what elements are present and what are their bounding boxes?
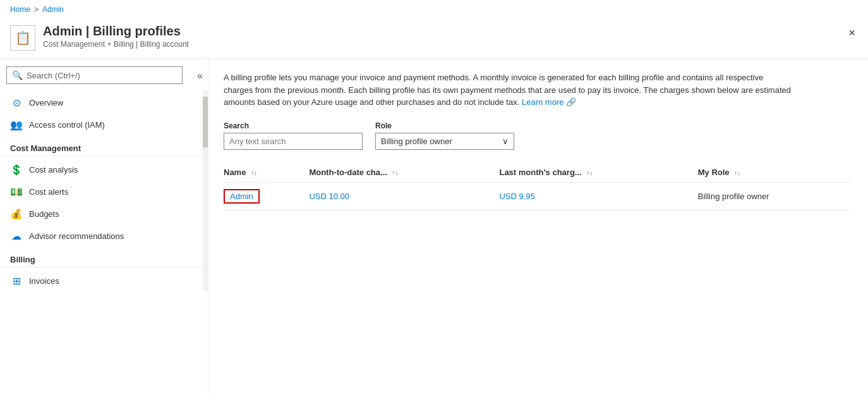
row-name-cell: Admin — [224, 182, 309, 210]
admin-profile-link[interactable]: Admin — [224, 189, 260, 204]
column-name: Name ↑↓ — [224, 162, 309, 183]
row-role-cell: Billing profile owner — [698, 182, 853, 210]
sort-icon-mtd[interactable]: ↑↓ — [392, 169, 399, 176]
column-my-role: My Role ↑↓ — [698, 162, 853, 183]
advisor-icon: ☁ — [10, 230, 23, 242]
search-filter-group: Search — [224, 121, 363, 150]
filters-row: Search Role Billing profile owner ∨ — [224, 121, 853, 150]
cost-alerts-icon: 💵 — [10, 186, 23, 198]
sidebar-scrollbar[interactable] — [203, 90, 208, 291]
sidebar-item-label: Access control (IAM) — [29, 120, 105, 130]
invoices-icon: ⊞ — [10, 275, 23, 287]
column-month-to-date: Month-to-date cha... ↑↓ — [309, 162, 499, 183]
sidebar-item-cost-analysis[interactable]: 💲 Cost analysis — [0, 159, 208, 181]
table-row: Admin USD 10.00 USD 9.95 Billing profile… — [224, 182, 853, 210]
page-subtitle: Cost Management + Billing | Billing acco… — [43, 40, 189, 49]
sidebar-item-budgets[interactable]: 💰 Budgets — [0, 203, 208, 225]
page-title: Admin | Billing profiles — [43, 24, 189, 39]
page-header: 📋 Admin | Billing profiles Cost Manageme… — [0, 19, 868, 59]
content-area: A billing profile lets you manage your i… — [208, 59, 868, 393]
role-dropdown[interactable]: Billing profile owner ∨ — [375, 133, 514, 150]
sidebar-item-overview[interactable]: ⊙ Overview — [0, 92, 208, 114]
sort-icon-lm[interactable]: ↑↓ — [586, 169, 593, 176]
row-lm-cell: USD 9.95 — [499, 182, 697, 210]
sort-icon-name[interactable]: ↑↓ — [251, 169, 257, 176]
role-dropdown-value: Billing profile owner — [381, 137, 452, 146]
role-filter-label: Role — [375, 121, 514, 130]
sidebar-search[interactable]: 🔍 Search (Ctrl+/) — [6, 66, 183, 84]
main-layout: 🔍 Search (Ctrl+/) « ⊙ Overview 👥 Access … — [0, 59, 868, 393]
overview-icon: ⊙ — [10, 97, 23, 109]
header-icon: 📋 — [10, 25, 35, 51]
close-button[interactable]: × — [846, 24, 858, 42]
table-header-row: Name ↑↓ Month-to-date cha... ↑↓ Last mon… — [224, 162, 853, 183]
breadcrumb-separator: > — [34, 5, 39, 14]
billing-description: A billing profile lets you manage your i… — [224, 71, 792, 109]
row-mtd-cell: USD 10.00 — [309, 182, 499, 210]
billing-profiles-table: Name ↑↓ Month-to-date cha... ↑↓ Last mon… — [224, 162, 853, 211]
search-icon: 🔍 — [12, 70, 23, 80]
collapse-sidebar-button[interactable]: « — [192, 66, 208, 85]
sidebar-item-label: Overview — [29, 98, 63, 107]
sidebar-item-label: Advisor recommendations — [29, 231, 124, 241]
chevron-down-icon: ∨ — [502, 137, 509, 146]
sidebar-section-billing: Billing — [0, 247, 208, 267]
sidebar-item-cost-alerts[interactable]: 💵 Cost alerts — [0, 181, 208, 203]
sidebar-item-label: Cost analysis — [29, 165, 78, 174]
search-input[interactable] — [224, 133, 363, 150]
budgets-icon: 💰 — [10, 208, 23, 220]
access-control-icon: 👥 — [10, 119, 23, 131]
sidebar-item-advisor-recommendations[interactable]: ☁ Advisor recommendations — [0, 225, 208, 247]
sidebar-item-label: Budgets — [29, 209, 59, 219]
cost-analysis-icon: 💲 — [10, 164, 23, 176]
sidebar-item-label: Invoices — [29, 276, 59, 286]
breadcrumb-home[interactable]: Home — [10, 5, 30, 14]
breadcrumb: Home > Admin — [0, 0, 868, 19]
search-filter-label: Search — [224, 121, 363, 130]
breadcrumb-current[interactable]: Admin — [42, 5, 64, 14]
search-placeholder: Search (Ctrl+/) — [27, 71, 80, 80]
role-filter-group: Role Billing profile owner ∨ — [375, 121, 514, 150]
sidebar: 🔍 Search (Ctrl+/) « ⊙ Overview 👥 Access … — [0, 59, 208, 393]
sidebar-item-invoices[interactable]: ⊞ Invoices — [0, 270, 208, 292]
column-last-month: Last month's charg... ↑↓ — [499, 162, 697, 183]
learn-more-link[interactable]: Learn more 🔗 — [522, 97, 576, 107]
sidebar-section-cost-management: Cost Management — [0, 136, 208, 156]
sort-icon-role[interactable]: ↑↓ — [734, 169, 740, 176]
sidebar-item-label: Cost alerts — [29, 187, 68, 197]
sidebar-item-access-control[interactable]: 👥 Access control (IAM) — [0, 114, 208, 136]
